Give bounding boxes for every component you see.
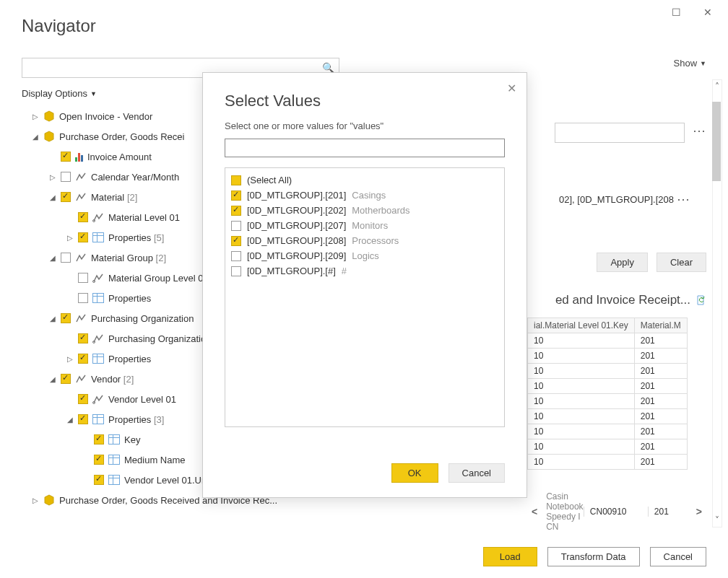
checkbox[interactable] xyxy=(231,206,241,216)
table-row[interactable]: 10201 xyxy=(528,394,688,409)
column-header[interactable]: ial.Material Level 01.Key xyxy=(528,318,635,333)
select-all-row[interactable]: (Select All) xyxy=(231,172,498,188)
show-dropdown[interactable]: Show ▼ xyxy=(674,58,706,69)
checkbox[interactable] xyxy=(78,354,88,364)
checkbox[interactable] xyxy=(78,212,88,222)
expand-icon[interactable]: ▷ xyxy=(32,113,39,121)
table-row[interactable]: 10201 xyxy=(528,455,688,470)
checkbox[interactable] xyxy=(231,221,241,231)
maximize-button[interactable]: ☐ xyxy=(662,3,690,22)
value-code: [0D_MTLGROUP].[207] xyxy=(247,220,346,231)
more-button-2[interactable]: ⋯ xyxy=(677,191,690,207)
table-row[interactable]: 10201 xyxy=(528,439,688,455)
checkbox[interactable] xyxy=(61,313,71,323)
checkbox[interactable] xyxy=(61,152,71,162)
dialog-title: Select Values xyxy=(225,92,505,110)
parameter-value-2: 02], [0D_MTLGROUP].[208 xyxy=(559,194,674,205)
table-cell: 10 xyxy=(528,424,635,439)
hierarchy-icon xyxy=(75,252,87,263)
checkbox[interactable] xyxy=(231,251,241,261)
table-cell: 201 xyxy=(634,455,687,470)
scroll-up-icon[interactable]: ˄ xyxy=(713,80,722,92)
checkbox[interactable] xyxy=(94,455,104,465)
checkbox[interactable] xyxy=(78,394,88,404)
scroll-left-button[interactable]: < xyxy=(527,506,542,517)
checkbox[interactable] xyxy=(231,191,241,201)
checkbox[interactable] xyxy=(61,374,71,384)
checkbox[interactable] xyxy=(61,172,71,182)
checkbox[interactable] xyxy=(61,192,71,202)
ok-button[interactable]: OK xyxy=(391,463,438,483)
table-cell: 201 xyxy=(649,507,692,517)
collapse-icon[interactable]: ◢ xyxy=(66,416,74,424)
value-row[interactable]: [0D_MTLGROUP].[209] Logics xyxy=(231,248,498,263)
dimension-icon xyxy=(92,393,104,405)
dialog-subtitle: Select one or more values for "values" xyxy=(225,121,505,131)
table-cell: 10 xyxy=(528,394,635,409)
load-button[interactable]: Load xyxy=(483,547,537,566)
chevron-down-icon: ▼ xyxy=(700,60,706,67)
preview-title: ed and Invoice Receipt... xyxy=(555,293,690,307)
value-row[interactable]: [0D_MTLGROUP].[208] Processors xyxy=(231,233,498,248)
table-icon xyxy=(108,434,120,445)
refresh-icon[interactable] xyxy=(695,294,706,306)
values-search-input[interactable] xyxy=(225,139,505,157)
table-icon xyxy=(92,354,104,364)
table-row[interactable]: 10201 xyxy=(528,379,688,394)
table-row[interactable]: 10201 xyxy=(528,409,688,424)
table-cell: 201 xyxy=(634,394,687,409)
checkbox[interactable] xyxy=(94,475,104,485)
clear-button[interactable]: Clear xyxy=(656,253,706,272)
checkbox[interactable] xyxy=(78,333,88,343)
cancel-button[interactable]: Cancel xyxy=(448,463,505,483)
parameter-input-1[interactable] xyxy=(555,123,685,143)
table-cell: 201 xyxy=(634,409,687,424)
table-icon xyxy=(108,455,120,465)
scroll-thumb[interactable] xyxy=(712,102,721,181)
hierarchy-icon xyxy=(75,312,87,324)
collapse-icon[interactable]: ◢ xyxy=(49,193,56,201)
table-row[interactable]: 10201 xyxy=(528,333,688,349)
checkbox[interactable] xyxy=(231,266,241,276)
close-button[interactable]: ✕ xyxy=(693,3,722,22)
vertical-scrollbar[interactable]: ˄ ˅ xyxy=(712,79,722,527)
collapse-icon[interactable]: ◢ xyxy=(49,375,56,383)
expand-icon[interactable]: ▷ xyxy=(66,234,74,242)
cancel-button[interactable]: Cancel xyxy=(650,547,706,566)
value-desc: Motherboards xyxy=(352,205,410,216)
collapse-icon[interactable]: ◢ xyxy=(32,133,39,141)
value-row[interactable]: [0D_MTLGROUP].[202] Motherboards xyxy=(231,203,498,218)
checkbox[interactable] xyxy=(61,253,71,263)
close-icon[interactable]: ✕ xyxy=(507,82,516,95)
checkbox[interactable] xyxy=(94,434,104,445)
expand-icon[interactable]: ▷ xyxy=(66,355,74,363)
table-cell: 201 xyxy=(634,379,687,394)
table-row[interactable]: 10201 xyxy=(528,349,688,364)
more-button-1[interactable]: ⋯ xyxy=(693,123,706,139)
table-row-text: Casin Notebook Speedy I CN xyxy=(542,491,584,532)
checkbox[interactable] xyxy=(231,175,241,185)
column-header[interactable]: Material.M xyxy=(634,318,687,333)
display-options-dropdown[interactable]: Display Options ▼ xyxy=(22,85,97,102)
scroll-right-button[interactable]: > xyxy=(692,506,706,517)
value-row[interactable]: [0D_MTLGROUP].[201] Casings xyxy=(231,188,498,203)
apply-button[interactable]: Apply xyxy=(597,253,648,272)
expand-icon[interactable]: ▷ xyxy=(32,496,39,504)
table-row[interactable]: 10201 xyxy=(528,364,688,379)
collapse-icon[interactable]: ◢ xyxy=(49,254,56,262)
checkbox[interactable] xyxy=(231,236,241,246)
checkbox[interactable] xyxy=(78,293,88,303)
dimension-icon xyxy=(92,333,104,344)
checkbox[interactable] xyxy=(78,414,88,424)
table-row[interactable]: 10201 xyxy=(528,424,688,439)
value-row[interactable]: [0D_MTLGROUP].[207] Monitors xyxy=(231,218,498,233)
collapse-icon[interactable]: ◢ xyxy=(49,315,56,323)
display-options-label: Display Options xyxy=(22,88,87,99)
checkbox[interactable] xyxy=(78,273,88,283)
checkbox[interactable] xyxy=(78,232,88,242)
expand-icon[interactable]: ▷ xyxy=(49,173,56,181)
transform-data-button[interactable]: Transform Data xyxy=(547,547,640,566)
value-row[interactable]: [0D_MTLGROUP].[#] # xyxy=(231,263,498,279)
scroll-down-icon[interactable]: ˅ xyxy=(713,515,722,525)
select-values-dialog: ✕ Select Values Select one or more value… xyxy=(202,72,527,498)
